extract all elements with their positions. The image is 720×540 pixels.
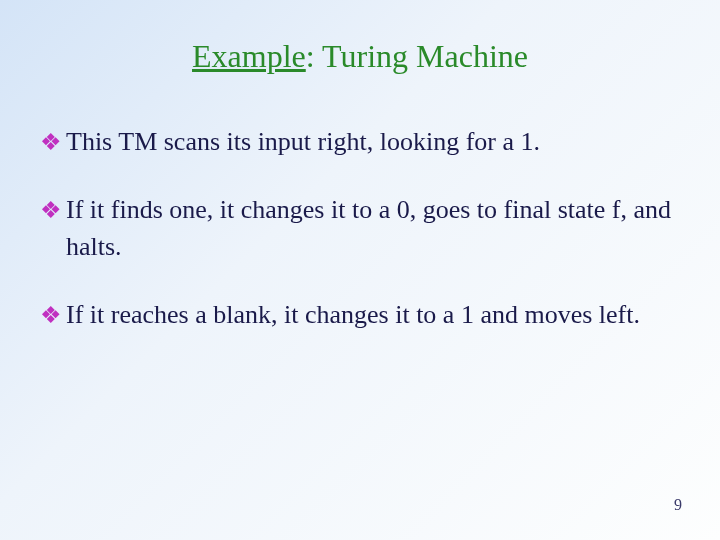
slide: Example: Turing Machine ❖ This TM scans … <box>0 0 720 540</box>
slide-body: ❖ This TM scans its input right, looking… <box>0 75 720 334</box>
list-item: ❖ If it finds one, it changes it to a 0,… <box>40 191 680 266</box>
bullet-text: This TM scans its input right, looking f… <box>66 123 680 161</box>
title-rest: : Turing Machine <box>306 38 528 74</box>
list-item: ❖ This TM scans its input right, looking… <box>40 123 680 161</box>
bullet-text: If it reaches a blank, it changes it to … <box>66 296 680 334</box>
list-item: ❖ If it reaches a blank, it changes it t… <box>40 296 680 334</box>
title-underlined-word: Example <box>192 38 306 74</box>
slide-title: Example: Turing Machine <box>0 0 720 75</box>
bullet-text: If it finds one, it changes it to a 0, g… <box>66 191 680 266</box>
diamond-bullet-icon: ❖ <box>40 193 66 228</box>
diamond-bullet-icon: ❖ <box>40 298 66 333</box>
page-number: 9 <box>674 496 682 514</box>
diamond-bullet-icon: ❖ <box>40 125 66 160</box>
